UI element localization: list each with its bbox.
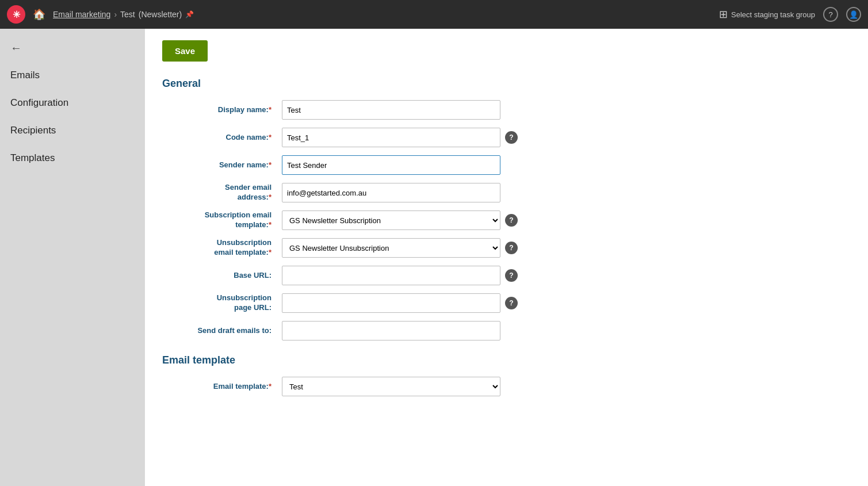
sidebar-item-label: Templates <box>10 152 55 163</box>
sender-name-label: Sender name:* <box>162 160 277 170</box>
help-button[interactable]: ? <box>823 7 838 22</box>
base-url-input[interactable] <box>282 266 500 285</box>
user-icon: 👤 <box>849 10 858 19</box>
code-name-label: Code name:* <box>162 132 277 143</box>
display-name-row: Display name:* <box>162 100 851 120</box>
breadcrumb-parent-link[interactable]: Email marketing <box>53 10 110 19</box>
topbar-right: ⊞ Select staging task group ? 👤 <box>719 7 861 22</box>
code-name-help-icon[interactable]: ? <box>505 131 518 144</box>
breadcrumb-current: Test <box>120 10 135 19</box>
subscription-template-label: Subscription emailtemplate:* <box>162 211 277 230</box>
email-template-select[interactable]: Test GS Newsletter Template Default <box>282 377 500 396</box>
unsubscription-template-help-icon[interactable]: ? <box>505 242 518 254</box>
page-layout: ← Emails Configuration Recipients Templa… <box>0 29 868 486</box>
sidebar-back-button[interactable]: ← <box>0 35 145 62</box>
sidebar-item-configuration[interactable]: Configuration <box>0 89 145 117</box>
code-name-row: Code name:* ? <box>162 128 851 147</box>
subscription-template-help-icon[interactable]: ? <box>505 214 518 227</box>
unsubscription-page-url-row: Unsubscriptionpage URL: ? <box>162 293 851 313</box>
subscription-template-select[interactable]: GS Newsletter Subscription Other Subscri… <box>282 211 500 230</box>
save-button[interactable]: Save <box>162 40 208 62</box>
email-template-section-title: Email template <box>162 354 851 366</box>
base-url-label: Base URL: <box>162 270 277 281</box>
email-template-label: Email template:* <box>162 381 277 392</box>
home-button[interactable]: 🏠 <box>30 5 48 24</box>
help-icon: ? <box>828 10 832 19</box>
breadcrumb: Email marketing › Test (Newsletter) 📌 <box>53 10 714 19</box>
unsubscription-template-select[interactable]: GS Newsletter Unsubscription Other Unsub… <box>282 238 500 258</box>
email-template-row: Email template:* Test GS Newsletter Temp… <box>162 377 851 396</box>
base-url-row: Base URL: ? <box>162 266 851 285</box>
sender-email-label: Sender emailaddress:* <box>162 183 277 202</box>
send-draft-input[interactable] <box>282 321 500 340</box>
breadcrumb-type: (Newsletter) <box>139 10 182 19</box>
send-draft-label: Send draft emails to: <box>162 326 277 336</box>
staging-label: Select staging task group <box>731 10 815 19</box>
app-logo[interactable]: ✳ <box>7 5 25 24</box>
unsubscription-page-url-input[interactable] <box>282 293 500 313</box>
sidebar-item-templates[interactable]: Templates <box>0 144 145 172</box>
main-content: Save General Display name:* Code name:* … <box>145 29 868 486</box>
sidebar-item-label: Recipients <box>10 125 56 136</box>
code-name-input[interactable] <box>282 128 500 147</box>
staging-task-group-button[interactable]: ⊞ Select staging task group <box>719 8 815 21</box>
sidebar: ← Emails Configuration Recipients Templa… <box>0 29 145 486</box>
display-name-label: Display name:* <box>162 105 277 115</box>
unsubscription-template-row: Unsubscriptionemail template:* GS Newsle… <box>162 238 851 258</box>
sidebar-item-label: Configuration <box>10 97 68 108</box>
home-icon: 🏠 <box>33 8 45 21</box>
sender-email-input[interactable] <box>282 183 500 202</box>
base-url-help-icon[interactable]: ? <box>505 269 518 282</box>
pin-icon[interactable]: 📌 <box>185 10 194 18</box>
send-draft-row: Send draft emails to: <box>162 321 851 340</box>
topbar: ✳ 🏠 Email marketing › Test (Newsletter) … <box>0 0 868 29</box>
sender-name-input[interactable] <box>282 155 500 175</box>
sender-email-row: Sender emailaddress:* <box>162 183 851 202</box>
sender-name-row: Sender name:* <box>162 155 851 175</box>
back-icon: ← <box>10 41 22 55</box>
unsubscription-page-url-label: Unsubscriptionpage URL: <box>162 293 277 313</box>
breadcrumb-separator: › <box>114 10 117 19</box>
display-name-input[interactable] <box>282 100 500 120</box>
sidebar-item-recipients[interactable]: Recipients <box>0 117 145 144</box>
grid-icon: ⊞ <box>719 8 728 21</box>
unsubscription-page-url-help-icon[interactable]: ? <box>505 297 518 309</box>
unsubscription-template-label: Unsubscriptionemail template:* <box>162 238 277 258</box>
sidebar-item-emails[interactable]: Emails <box>0 62 145 89</box>
sidebar-item-label: Emails <box>10 70 40 81</box>
subscription-template-row: Subscription emailtemplate:* GS Newslett… <box>162 211 851 230</box>
general-section-title: General <box>162 78 851 90</box>
user-button[interactable]: 👤 <box>846 7 861 22</box>
